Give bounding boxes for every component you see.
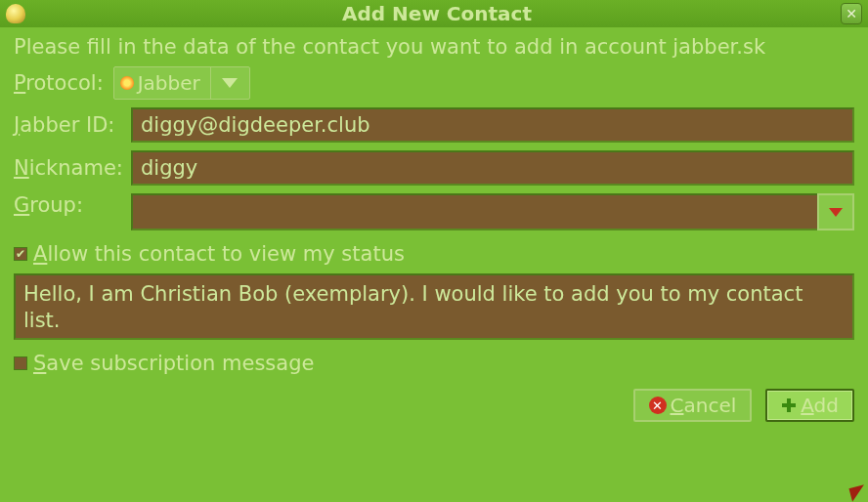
jabber-id-label: Jabber ID: [14,113,121,137]
instruction-text: Please fill in the data of the contact y… [14,35,854,59]
save-message-row: Save subscription message [14,352,854,375]
protocol-text: Jabber [138,71,200,95]
protocol-dropdown-arrow[interactable] [210,67,249,99]
check-icon: ✔ [16,248,25,260]
jabber-icon [120,76,134,90]
dialog-content: Please fill in the data of the contact y… [0,27,868,502]
protocol-row: Protocol: Jabber [14,66,854,100]
titlebar: Add New Contact ✕ [0,0,868,27]
protocol-label: Protocol: [14,71,104,95]
save-message-checkbox[interactable] [14,356,27,370]
save-message-label: Save subscription message [33,352,314,375]
chevron-down-icon [829,208,843,217]
protocol-select[interactable]: Jabber [113,66,250,100]
add-button[interactable]: Add [765,389,854,422]
nickname-row: Nickname: [14,150,854,186]
allow-status-label: Allow this contact to view my status [33,242,405,266]
cancel-icon: ✕ [649,397,667,414]
allow-status-checkbox[interactable]: ✔ [14,247,27,261]
close-button[interactable]: ✕ [841,3,862,24]
group-input[interactable] [131,193,817,230]
protocol-value: Jabber [114,71,210,95]
group-dropdown-button[interactable] [817,193,854,230]
cancel-button[interactable]: ✕ Cancel [633,389,753,422]
plus-icon [781,397,797,413]
close-icon: ✕ [846,6,857,21]
subscription-message-input[interactable] [14,273,854,340]
group-row: Group: [14,193,854,230]
nickname-input[interactable] [131,150,854,186]
allow-status-row: ✔ Allow this contact to view my status [14,242,854,266]
chevron-down-icon [222,78,238,88]
group-label: Group: [14,193,121,230]
group-combo [131,193,854,230]
cancel-label: Cancel [671,394,737,417]
add-label: Add [801,394,839,417]
jabber-id-row: Jabber ID: [14,107,854,143]
add-contact-dialog: Add New Contact ✕ Please fill in the dat… [0,0,868,502]
window-title: Add New Contact [33,2,841,25]
contact-icon [6,4,25,23]
nickname-label: Nickname: [14,156,121,180]
button-row: ✕ Cancel Add [14,389,854,422]
jabber-id-input[interactable] [131,107,854,143]
